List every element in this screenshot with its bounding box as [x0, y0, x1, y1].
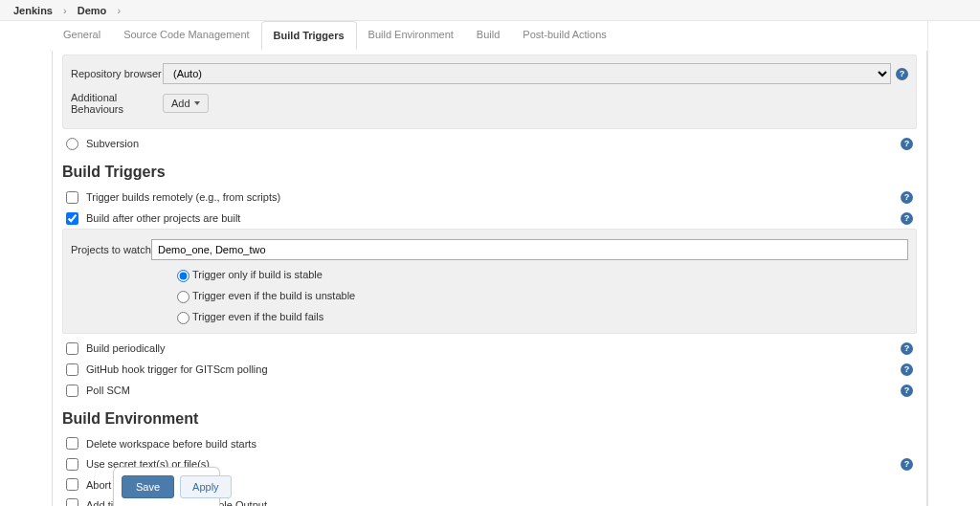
repo-browser-select[interactable]: (Auto) — [163, 63, 891, 84]
tab-build[interactable]: Build — [465, 21, 511, 50]
watch-fail-label: Trigger even if the build fails — [192, 311, 323, 322]
scm-git-block: Repository browser (Auto) ? Additional B… — [62, 55, 917, 129]
trigger-periodic-label: Build periodically — [86, 342, 896, 354]
help-icon[interactable]: ? — [901, 458, 913, 471]
help-icon[interactable]: ? — [896, 68, 908, 80]
section-build-env: Build Environment — [58, 401, 921, 433]
env-secret-checkbox[interactable] — [66, 458, 78, 471]
trigger-pollscm-checkbox[interactable] — [66, 385, 78, 397]
save-bar: Save Apply — [113, 467, 220, 506]
scm-subversion-row: Subversion ? — [58, 133, 921, 154]
apply-button[interactable]: Apply — [180, 475, 232, 498]
trigger-after-other-checkbox[interactable] — [66, 212, 78, 225]
watch-unstable-radio[interactable] — [177, 291, 189, 303]
upstream-projects-block: Projects to watch Trigger only if build … — [62, 229, 917, 334]
help-icon[interactable]: ? — [901, 342, 913, 355]
tab-build-env[interactable]: Build Environment — [357, 21, 465, 50]
help-icon[interactable]: ? — [901, 138, 913, 150]
trigger-remote-label: Trigger builds remotely (e.g., from scri… — [86, 191, 896, 203]
config-tabs: General Source Code Management Build Tri… — [52, 21, 927, 51]
env-timestamps-checkbox[interactable] — [66, 498, 78, 506]
projects-to-watch-input[interactable] — [151, 239, 908, 260]
breadcrumb-item[interactable]: Demo — [78, 5, 107, 16]
trigger-remote-checkbox[interactable] — [66, 191, 78, 204]
help-icon[interactable]: ? — [901, 385, 913, 397]
chevron-right-icon: › — [109, 5, 128, 16]
section-build-triggers: Build Triggers — [58, 154, 921, 187]
env-delete-ws-label: Delete workspace before build starts — [86, 438, 913, 450]
tab-post-build[interactable]: Post-build Actions — [511, 21, 617, 50]
trigger-periodic-checkbox[interactable] — [66, 342, 78, 355]
help-icon[interactable]: ? — [901, 212, 913, 225]
save-button[interactable]: Save — [122, 475, 174, 498]
scm-subversion-label: Subversion — [86, 138, 896, 149]
watch-unstable-label: Trigger even if the build is unstable — [192, 290, 355, 301]
add-behaviour-button[interactable]: Add — [163, 94, 209, 113]
env-delete-ws-checkbox[interactable] — [66, 437, 78, 450]
watch-stable-label: Trigger only if build is stable — [192, 269, 323, 280]
tab-build-triggers[interactable]: Build Triggers — [261, 21, 357, 50]
trigger-gitscm-label: GitHub hook trigger for GITScm polling — [86, 363, 896, 375]
help-icon[interactable]: ? — [901, 363, 913, 376]
projects-to-watch-label: Projects to watch — [71, 244, 151, 255]
repo-browser-label: Repository browser — [71, 68, 163, 79]
chevron-right-icon: › — [56, 5, 75, 16]
help-icon[interactable]: ? — [901, 191, 913, 204]
tab-scm[interactable]: Source Code Management — [112, 21, 260, 50]
trigger-after-other-label: Build after other projects are built — [86, 212, 896, 224]
tab-general[interactable]: General — [52, 21, 112, 50]
chevron-down-icon — [194, 101, 200, 105]
add-button-label: Add — [171, 98, 190, 109]
watch-stable-radio[interactable] — [177, 270, 189, 282]
breadcrumb-item[interactable]: Jenkins — [13, 5, 53, 16]
trigger-gitscm-checkbox[interactable] — [66, 363, 78, 376]
watch-fail-radio[interactable] — [177, 312, 189, 324]
breadcrumb: Jenkins › Demo › — [0, 0, 980, 21]
env-abort-stuck-checkbox[interactable] — [66, 478, 78, 491]
trigger-pollscm-label: Poll SCM — [86, 385, 896, 396]
additional-behaviours-label: Additional Behaviours — [71, 92, 163, 115]
scm-subversion-radio[interactable] — [66, 138, 78, 150]
